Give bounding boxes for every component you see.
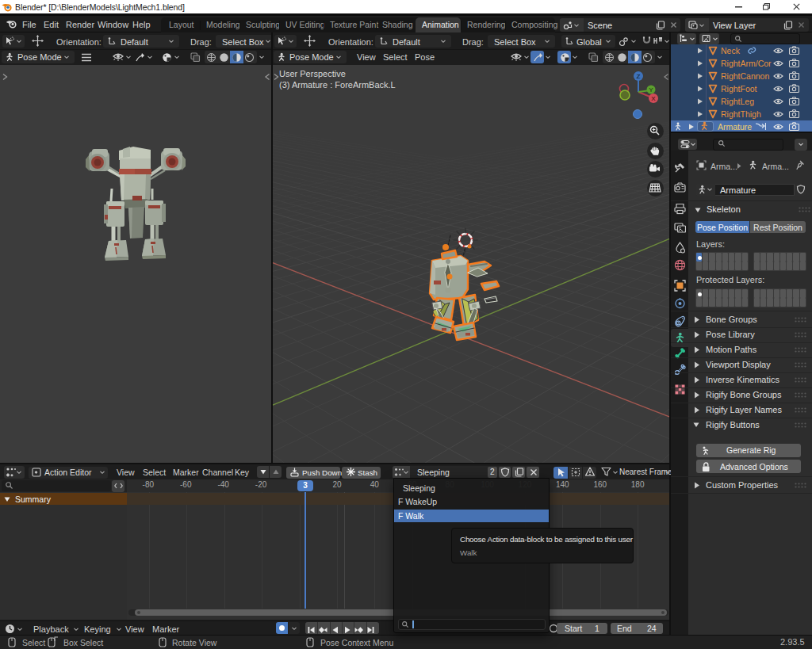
svg-text:X: X: [651, 95, 656, 102]
svg-text:Y: Y: [649, 86, 653, 94]
svg-text:Z: Z: [637, 73, 641, 80]
